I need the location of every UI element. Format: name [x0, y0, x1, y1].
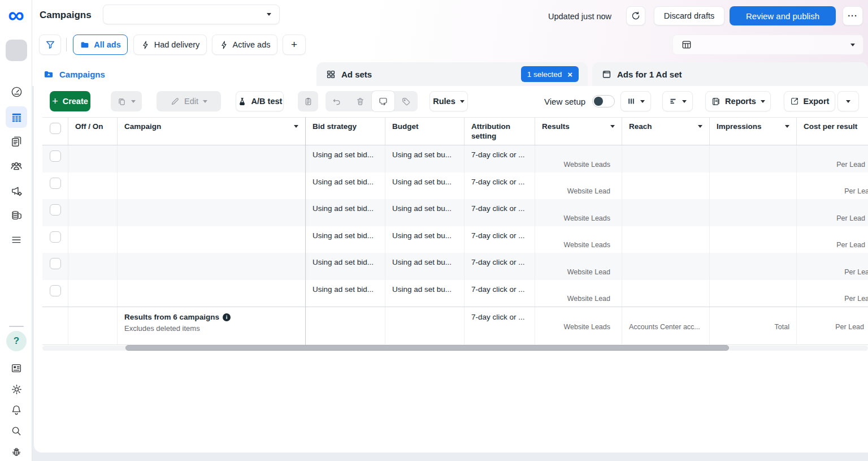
clipboard-icon	[303, 97, 313, 106]
flask-icon	[237, 97, 247, 106]
row-checkbox[interactable]	[50, 231, 61, 243]
campaign-name-cell	[117, 199, 305, 226]
view-setup-toggle[interactable]	[592, 95, 615, 107]
columns-button[interactable]	[620, 91, 651, 111]
nav-audiences[interactable]	[6, 155, 27, 176]
budget-cell: Using ad set bu...	[385, 145, 464, 173]
clipboard-button[interactable]	[298, 91, 318, 111]
nav-campaigns[interactable]	[6, 106, 27, 128]
tab-campaigns[interactable]: Campaigns	[34, 62, 310, 86]
review-publish-button[interactable]: Review and publish	[730, 6, 836, 25]
nav-all-tools[interactable]	[6, 229, 27, 251]
edit-button[interactable]: Edit	[157, 91, 221, 111]
selected-count-badge[interactable]: 1 selected ×	[521, 66, 579, 82]
filters-button[interactable]	[39, 35, 61, 55]
reports-button[interactable]: Reports	[705, 91, 771, 111]
summary-cost-label: Per Lead	[797, 323, 868, 331]
nav-updates[interactable]	[6, 357, 27, 379]
create-button[interactable]: + Create	[50, 91, 90, 111]
col-off-on[interactable]: Off / On	[68, 118, 117, 145]
bug-icon	[10, 446, 23, 458]
duplicate-icon	[117, 97, 127, 106]
close-icon[interactable]: ×	[567, 70, 572, 79]
import-export-icon	[378, 96, 388, 106]
col-budget[interactable]: Budget	[385, 118, 464, 145]
nav-settings[interactable]	[6, 378, 27, 400]
gauge-icon	[10, 85, 23, 98]
nav-report-bug[interactable]	[6, 441, 27, 461]
row-checkbox[interactable]	[50, 204, 61, 216]
nav-ads-settings[interactable]	[6, 180, 27, 201]
campaign-selector-dropdown[interactable]	[103, 5, 280, 24]
bid-strategy-cell: Using ad set bid...	[305, 173, 385, 200]
export-button[interactable]: Export	[784, 91, 835, 111]
results-cell: Website Lead	[535, 253, 622, 280]
table-row: Using ad set bid... Using ad set bu... 7…	[42, 226, 868, 253]
filter-chip-all-ads[interactable]: All ads	[73, 35, 128, 55]
help-button[interactable]: ?	[6, 331, 27, 351]
table-icon	[681, 39, 692, 50]
reach-cell	[622, 280, 709, 307]
filter-chip-had-delivery[interactable]: Had delivery	[133, 35, 207, 55]
content-card: + Create Edit A/B test	[34, 86, 868, 453]
row-checkbox[interactable]	[50, 258, 61, 269]
col-campaign[interactable]: Campaign	[117, 118, 305, 145]
bid-strategy-cell: Using ad set bid...	[305, 226, 385, 253]
horizontal-scrollbar-thumb[interactable]	[125, 345, 729, 351]
budget-cell: Using ad set bu...	[385, 199, 464, 226]
col-results[interactable]: Results	[535, 118, 622, 145]
col-cost-per-result[interactable]: Cost per result	[796, 118, 868, 145]
impressions-cell	[709, 280, 796, 307]
divider	[9, 326, 24, 327]
col-attribution[interactable]: Attribution setting	[464, 118, 535, 145]
left-nav-rail: ∞ ?	[0, 0, 32, 461]
delete-button[interactable]	[349, 91, 372, 111]
duplicate-button[interactable]	[111, 91, 142, 111]
impressions-cell	[709, 173, 796, 200]
attribution-cell: 7-day click or ...	[464, 253, 535, 280]
row-checkbox[interactable]	[50, 150, 61, 162]
add-filter-tab-button[interactable]: +	[283, 35, 306, 55]
col-bid-strategy[interactable]: Bid strategy	[305, 118, 385, 145]
row-checkbox[interactable]	[50, 285, 61, 296]
reach-cell	[622, 253, 709, 280]
nav-notifications[interactable]	[6, 399, 27, 421]
breakdown-button[interactable]	[662, 91, 693, 111]
bell-icon	[10, 404, 23, 416]
more-options-button[interactable]: ···	[843, 6, 863, 25]
discard-drafts-button[interactable]: Discard drafts	[654, 6, 724, 25]
cost-cell: Per Lead	[796, 173, 868, 200]
import-export-button[interactable]	[372, 91, 395, 111]
tab-ad-sets[interactable]: Ad sets 1 selected ×	[316, 62, 588, 86]
account-avatar[interactable]	[6, 40, 27, 61]
nav-billing[interactable]	[6, 204, 27, 226]
tag-icon	[401, 97, 411, 106]
campaigns-table: Off / On Campaign Bid strategy Budget At…	[42, 117, 868, 345]
tags-button[interactable]	[394, 91, 418, 111]
campaign-name-cell	[117, 253, 305, 280]
ab-test-button[interactable]: A/B test	[236, 91, 284, 111]
pages-icon	[10, 135, 23, 148]
table-row: Using ad set bid... Using ad set bu... 7…	[42, 199, 868, 226]
chevron-down-icon	[131, 100, 136, 103]
select-all-checkbox[interactable]	[50, 123, 61, 134]
nav-search[interactable]	[6, 420, 27, 442]
refresh-button[interactable]	[626, 6, 645, 25]
view-setup-label: View setup	[544, 97, 585, 106]
attribution-cell: 7-day click or ...	[464, 173, 535, 200]
column-preset-dropdown[interactable]	[672, 35, 863, 55]
nav-ads-reporting[interactable]	[6, 131, 27, 152]
tab-ads[interactable]: Ads for 1 Ad set	[592, 62, 868, 86]
nav-account-overview[interactable]	[6, 81, 27, 102]
meta-logo[interactable]: ∞	[0, 2, 32, 27]
row-checkbox[interactable]	[50, 178, 61, 189]
export-options-button[interactable]	[837, 91, 859, 111]
col-impressions[interactable]: Impressions	[709, 118, 796, 145]
filter-chip-active-ads[interactable]: Active ads	[212, 35, 277, 55]
ad-sets-grid-icon	[326, 69, 336, 80]
rules-button[interactable]: Rules	[429, 91, 468, 111]
col-reach[interactable]: Reach	[622, 118, 709, 145]
info-icon[interactable]: i	[223, 313, 231, 321]
undo-button[interactable]	[326, 91, 349, 111]
pencil-icon	[170, 97, 180, 106]
